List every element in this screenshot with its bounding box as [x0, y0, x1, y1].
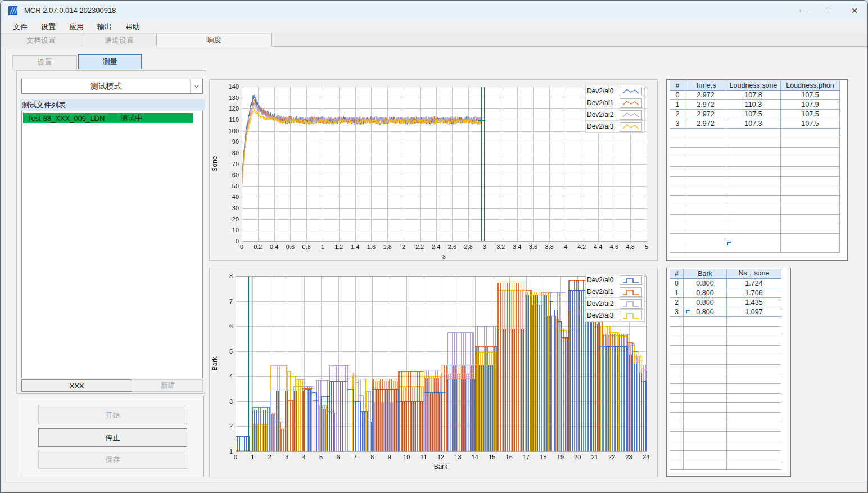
table-cell: 1.097: [727, 307, 781, 317]
table-cell: [670, 148, 685, 157]
table-cell: [684, 451, 727, 460]
table-cell: [727, 413, 781, 422]
tab-channel-settings[interactable]: 通道设置: [82, 33, 157, 47]
close-button[interactable]: ✕: [842, 1, 867, 21]
table-cell: [781, 138, 840, 148]
table-cell: [726, 129, 781, 138]
menu-item-output[interactable]: 输出: [91, 21, 119, 33]
table-cell: [670, 129, 685, 138]
table-cell: [670, 441, 684, 451]
legend-label: Dev2/ai0: [586, 87, 620, 95]
list-item-test-file[interactable]: Test 88_XXX_009_LDN 测试中: [23, 113, 193, 123]
bark-table-panel: #BarkNs，sone00.8001.72410.8001.70620.800…: [666, 268, 791, 477]
menu-item-file[interactable]: 文件: [6, 21, 34, 33]
table-cell: [670, 365, 684, 374]
bark-table[interactable]: #BarkNs，sone00.8001.72410.8001.70620.800…: [670, 269, 781, 470]
table-cell: [781, 177, 840, 186]
table-cell: 107.9: [781, 100, 840, 110]
table-cell: [781, 205, 840, 215]
table-cell: 2: [670, 298, 684, 307]
table-cell: [684, 403, 727, 413]
menu-item-help[interactable]: 帮助: [119, 21, 147, 33]
table-cell: [684, 432, 727, 441]
table-cell: [685, 148, 726, 157]
control-panel: 开始 停止 保存: [20, 396, 204, 476]
legend-item[interactable]: Dev2/ai3: [586, 310, 644, 322]
table-cell: [684, 384, 727, 394]
loudness-table[interactable]: #Time,sLoudness,soneLoudness,phon02.9721…: [670, 80, 840, 253]
save-button[interactable]: 保存: [38, 451, 187, 469]
legend-item[interactable]: Dev2/ai0: [586, 274, 644, 286]
menu-item-settings[interactable]: 设置: [34, 21, 62, 33]
table-cell: [781, 215, 840, 224]
subtab-measure[interactable]: 测量: [78, 54, 142, 69]
table-cell: [670, 336, 684, 346]
table-cell: 1: [670, 288, 684, 298]
table-cell: [670, 346, 684, 355]
table-cell: 2.972: [685, 119, 726, 129]
table-header-cell: Loudness,sone: [726, 80, 781, 91]
subtab-settings[interactable]: 设置: [12, 55, 77, 69]
table-cell: [781, 186, 840, 196]
minimize-button[interactable]: [790, 1, 816, 21]
tab-document-settings[interactable]: 文档设置: [1, 33, 82, 47]
new-button[interactable]: 新建: [133, 379, 203, 392]
table-cell: 0: [670, 91, 685, 100]
stop-button[interactable]: 停止: [38, 428, 187, 447]
file-list[interactable]: Test 88_XXX_009_LDN 测试中: [21, 111, 203, 378]
table-cell: 3: [670, 119, 685, 129]
line-sample-icon: [620, 110, 642, 120]
maximize-button[interactable]: [816, 1, 842, 21]
file-list-header: 测试文件列表: [20, 99, 205, 111]
table-header-cell: Loudness,phon: [781, 80, 840, 91]
table-cell: [726, 224, 781, 234]
table-header-cell: Ns，sone: [727, 269, 781, 279]
table-cell: [781, 129, 840, 138]
menu-item-apply[interactable]: 应用: [62, 21, 91, 33]
xxx-button[interactable]: XXX: [21, 379, 132, 392]
table-cell: [670, 394, 684, 403]
bark-chart-legend: Dev2/ai0Dev2/ai1Dev2/ai2Dev2/ai3: [585, 274, 645, 322]
table-cell: [727, 432, 781, 441]
legend-item[interactable]: Dev2/ai2: [586, 298, 644, 310]
table-cell: [727, 460, 781, 470]
table-cell: [670, 157, 685, 167]
table-cell: [685, 215, 726, 224]
menu-bar: 文件 设置 应用 输出 帮助: [1, 21, 867, 33]
table-cell: [670, 384, 684, 394]
table-cell: [684, 441, 727, 451]
table-cell: [670, 317, 684, 327]
table-cell: [685, 157, 726, 167]
table-cell: [670, 432, 684, 441]
tab-strip: 文档设置 通道设置 响度: [1, 33, 867, 47]
legend-item[interactable]: Dev2/ai2: [586, 109, 644, 121]
table-cell: [727, 384, 781, 394]
chevron-down-icon: [190, 79, 202, 93]
legend-item[interactable]: Dev2/ai1: [586, 97, 644, 109]
table-cell: [684, 355, 727, 365]
table-cell: [670, 167, 685, 177]
test-mode-select[interactable]: 测试模式: [21, 79, 203, 94]
legend-item[interactable]: Dev2/ai0: [586, 85, 644, 97]
line-sample-icon: [620, 98, 642, 108]
table-cell: [685, 243, 726, 253]
start-button[interactable]: 开始: [38, 406, 187, 424]
legend-label: Dev2/ai0: [586, 276, 620, 284]
table-cell: [726, 157, 781, 167]
tab-loudness[interactable]: 响度: [157, 33, 272, 47]
table-cell: [781, 167, 840, 177]
table-cell: [727, 355, 781, 365]
close-icon: ✕: [851, 6, 858, 15]
table-cell: [670, 205, 685, 215]
table-cell: [685, 186, 726, 196]
table-cell: [685, 205, 726, 215]
table-cell: 3: [670, 307, 684, 317]
legend-label: Dev2/ai2: [586, 300, 620, 307]
legend-item[interactable]: Dev2/ai1: [586, 286, 644, 298]
legend-item[interactable]: Dev2/ai3: [586, 121, 644, 133]
table-cell: 0.800: [684, 298, 727, 307]
loudness-time-chart-panel: Dev2/ai0Dev2/ai1Dev2/ai2Dev2/ai3: [209, 79, 658, 261]
table-cell: 0.800: [684, 279, 727, 288]
table-cell: [685, 129, 726, 138]
table-cell: [670, 196, 685, 205]
